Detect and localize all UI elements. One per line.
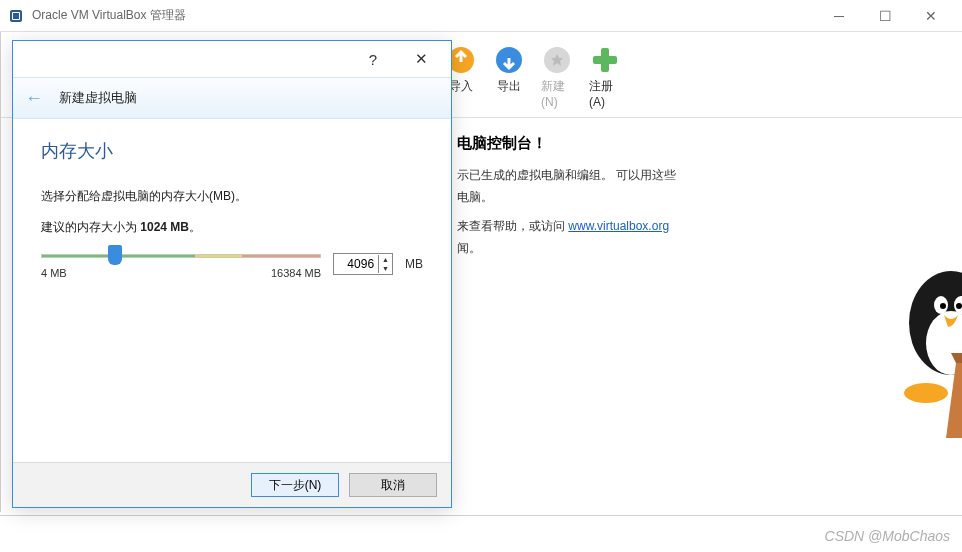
svg-rect-2 xyxy=(13,13,19,19)
new-vm-button[interactable]: 新建(N) xyxy=(541,44,573,109)
dialog-subheader: ← 新建虚拟电脑 xyxy=(13,77,451,119)
virtualbox-link[interactable]: www.virtualbox.org xyxy=(568,219,669,233)
import-label: 导入 xyxy=(449,78,473,95)
new-icon xyxy=(541,44,573,76)
slider-labels: 4 MB 16384 MB xyxy=(41,267,321,279)
memory-slider[interactable] xyxy=(41,249,321,263)
cancel-button[interactable]: 取消 xyxy=(349,473,437,497)
new-vm-dialog: ? ✕ ← 新建虚拟电脑 内存大小 选择分配给虚拟电脑的内存大小(MB)。 建议… xyxy=(12,40,452,508)
next-button[interactable]: 下一步(N) xyxy=(251,473,339,497)
welcome-text-1: 示已生成的虚拟电脑和编组。 可以用这些 电脑。 xyxy=(457,165,962,208)
add-icon xyxy=(589,44,621,76)
window-controls: ─ ☐ ✕ xyxy=(816,0,954,32)
virtualbox-icon xyxy=(8,8,24,24)
dialog-description: 选择分配给虚拟电脑的内存大小(MB)。 xyxy=(41,187,423,206)
welcome-heading: 电脑控制台！ xyxy=(457,134,962,153)
memory-slider-row: 4 MB 16384 MB ▲ ▼ MB xyxy=(41,249,423,279)
dialog-subtitle: 新建虚拟电脑 xyxy=(59,89,137,107)
dialog-body: 内存大小 选择分配给虚拟电脑的内存大小(MB)。 建议的内存大小为 1024 M… xyxy=(13,119,451,462)
svg-point-13 xyxy=(956,303,962,309)
memory-input[interactable] xyxy=(334,256,378,272)
slider-max-label: 16384 MB xyxy=(271,267,321,279)
back-arrow-icon[interactable]: ← xyxy=(25,88,43,109)
svg-point-12 xyxy=(940,303,946,309)
export-icon xyxy=(493,44,525,76)
slider-thumb[interactable] xyxy=(108,245,122,265)
help-button[interactable]: ? xyxy=(351,45,395,73)
minimize-button[interactable]: ─ xyxy=(816,0,862,32)
window-title: Oracle VM VirtualBox 管理器 xyxy=(32,7,816,24)
svg-point-14 xyxy=(904,383,948,403)
memory-spinbox[interactable]: ▲ ▼ xyxy=(333,253,393,275)
register-label: 注册(A) xyxy=(589,78,621,109)
svg-rect-7 xyxy=(593,56,617,64)
export-button[interactable]: 导出 xyxy=(493,44,525,109)
register-button[interactable]: 注册(A) xyxy=(589,44,621,109)
mascot-image xyxy=(886,263,962,453)
memory-unit: MB xyxy=(405,257,423,271)
dialog-header: ? ✕ xyxy=(13,41,451,77)
watermark: CSDN @MobChaos xyxy=(825,528,950,544)
welcome-text-2: 来查看帮助，或访问 www.virtualbox.org 闻。 xyxy=(457,216,962,259)
divider xyxy=(0,515,962,516)
close-button[interactable]: ✕ xyxy=(908,0,954,32)
dialog-footer: 下一步(N) 取消 xyxy=(13,462,451,507)
dialog-close-button[interactable]: ✕ xyxy=(399,45,443,73)
main-titlebar: Oracle VM VirtualBox 管理器 ─ ☐ ✕ xyxy=(0,0,962,32)
export-label: 导出 xyxy=(497,78,521,95)
spin-up-icon[interactable]: ▲ xyxy=(379,255,392,264)
slider-min-label: 4 MB xyxy=(41,267,67,279)
dialog-heading: 内存大小 xyxy=(41,139,423,163)
dialog-recommended: 建议的内存大小为 1024 MB。 xyxy=(41,218,423,237)
spin-down-icon[interactable]: ▼ xyxy=(379,264,392,273)
new-label: 新建(N) xyxy=(541,78,573,109)
maximize-button[interactable]: ☐ xyxy=(862,0,908,32)
